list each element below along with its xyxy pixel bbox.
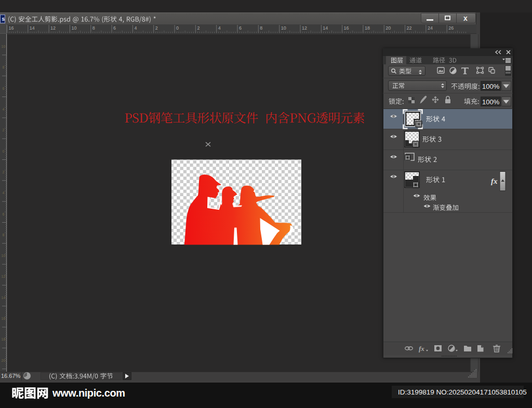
svg-text:6: 6 <box>3 212 5 216</box>
svg-text:0: 0 <box>3 149 5 153</box>
svg-text:2: 2 <box>3 128 5 132</box>
svg-text:10: 10 <box>281 25 286 31</box>
svg-text:4: 4 <box>3 107 5 111</box>
svg-text:10: 10 <box>2 45 6 48</box>
svg-text:4: 4 <box>218 25 221 31</box>
svg-text:24: 24 <box>428 25 433 31</box>
svg-text:16: 16 <box>9 25 14 31</box>
svg-text:12: 12 <box>50 25 56 31</box>
svg-text:20: 20 <box>385 25 391 31</box>
svg-text:26: 26 <box>448 25 454 31</box>
svg-text:10: 10 <box>72 25 77 31</box>
svg-text:18: 18 <box>365 25 370 31</box>
svg-text:6: 6 <box>239 25 242 31</box>
svg-text:fx: fx <box>419 345 424 352</box>
svg-text:20: 20 <box>2 359 6 362</box>
svg-text:8: 8 <box>3 233 5 237</box>
svg-text:0: 0 <box>176 25 179 31</box>
svg-text:2: 2 <box>3 170 5 174</box>
svg-text:6: 6 <box>113 25 116 31</box>
svg-text:8: 8 <box>92 25 95 31</box>
svg-text:14: 14 <box>323 25 328 31</box>
svg-text:2: 2 <box>197 25 200 31</box>
svg-text:4: 4 <box>3 191 5 195</box>
svg-text:12: 12 <box>2 275 6 278</box>
svg-text:12: 12 <box>302 25 307 31</box>
svg-text:16: 16 <box>344 25 349 31</box>
svg-text:8: 8 <box>3 65 5 69</box>
svg-text:14: 14 <box>2 296 6 300</box>
svg-text:2: 2 <box>155 25 158 31</box>
svg-text:14: 14 <box>30 25 35 31</box>
svg-text:18: 18 <box>2 337 6 341</box>
svg-text:22: 22 <box>407 25 412 31</box>
svg-text:8: 8 <box>260 25 262 31</box>
svg-text:4: 4 <box>134 25 137 31</box>
svg-text:6: 6 <box>3 87 5 90</box>
svg-text:10: 10 <box>2 254 6 257</box>
svg-text:16: 16 <box>2 317 6 320</box>
